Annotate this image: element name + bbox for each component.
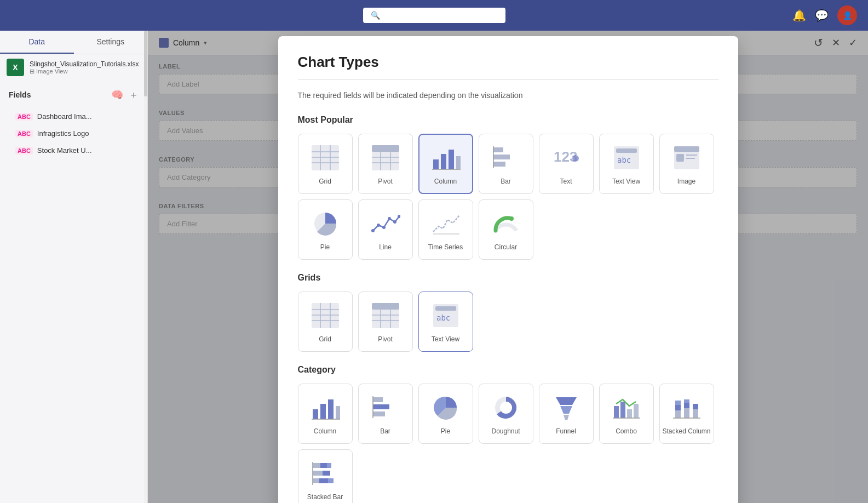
fields-label: Fields <box>9 90 31 99</box>
tab-settings[interactable]: Settings <box>74 31 148 54</box>
svg-rect-78 <box>684 408 689 418</box>
grids-chart-item-pivot[interactable]: Pivot <box>358 291 413 352</box>
category-bar-label: Bar <box>380 427 390 435</box>
fields-section: Fields 🧠 ＋ ABC Dashboard Ima... ABC Infr… <box>0 81 147 167</box>
category-column-icon <box>310 392 341 423</box>
pivot-chart-label: Pivot <box>378 178 393 185</box>
svg-rect-85 <box>320 463 327 468</box>
chart-item-text[interactable]: 123 Text <box>539 134 594 194</box>
chart-item-circular[interactable]: Circular <box>479 199 533 260</box>
chart-item-image[interactable]: Image <box>659 134 714 194</box>
tab-data[interactable]: Data <box>0 31 74 54</box>
chart-item-text-view[interactable]: abc Text View <box>599 134 654 194</box>
chart-item-time-series[interactable]: Time Series <box>418 199 473 260</box>
sidebar: Data Settings X Slingshot_Visualization_… <box>0 31 148 503</box>
svg-rect-17 <box>493 147 503 152</box>
category-chart-item-stacked-column[interactable]: Stacked Column <box>659 384 714 444</box>
category-combo-icon <box>611 392 642 423</box>
grids-chart-item-grid[interactable]: Grid <box>298 291 353 352</box>
search-icon: 🔍 <box>371 11 380 20</box>
modal-title: Chart Types <box>298 54 718 71</box>
category-funnel-label: Funnel <box>556 427 576 435</box>
svg-rect-55 <box>313 409 318 419</box>
most-popular-heading: Most Popular <box>298 115 718 125</box>
main-layout: Data Settings X Slingshot_Visualization_… <box>0 31 868 503</box>
category-doughnut-label: Doughnut <box>491 427 520 435</box>
category-chart-item-funnel[interactable]: Funnel <box>539 384 594 444</box>
user-avatar[interactable]: 👤 <box>837 5 857 25</box>
circular-chart-label: Circular <box>495 243 517 251</box>
category-chart-item-stacked-bar[interactable]: Stacked Bar <box>298 449 353 503</box>
grids-grid-label: Grid <box>319 335 331 343</box>
chart-item-column[interactable]: Column <box>418 134 473 194</box>
svg-rect-79 <box>684 403 689 408</box>
svg-rect-80 <box>684 399 689 403</box>
category-chart-item-pie[interactable]: Pie <box>418 384 473 444</box>
svg-rect-19 <box>493 162 505 167</box>
svg-rect-27 <box>674 146 699 152</box>
svg-rect-47 <box>372 303 399 310</box>
field-tag-1: ABC <box>15 113 33 121</box>
svg-rect-73 <box>634 404 639 418</box>
field-name-2: Infragistics Logo <box>37 129 89 138</box>
chart-item-pie[interactable]: Pie <box>298 199 353 260</box>
text-view-chart-label: Text View <box>612 178 640 185</box>
fields-header: Fields 🧠 ＋ <box>9 88 139 101</box>
line-chart-icon <box>370 208 401 239</box>
modal-subtitle: The required fields will be indicated de… <box>298 91 718 100</box>
grids-heading: Grids <box>298 273 718 283</box>
pivot-chart-icon <box>370 142 401 173</box>
file-entry: X Slingshot_Visualization_Tutorials.xlsx… <box>0 54 147 81</box>
text-chart-icon: 123 <box>551 142 582 173</box>
time-series-chart-icon <box>430 208 461 239</box>
chart-item-line[interactable]: Line <box>358 199 413 260</box>
svg-rect-14 <box>449 150 454 169</box>
column-chart-label: Column <box>434 178 457 185</box>
file-name: Slingshot_Visualization_Tutorials.xlsx <box>30 60 139 68</box>
chart-item-grid[interactable]: Grid <box>298 134 353 194</box>
chart-item-bar[interactable]: Bar <box>479 134 533 194</box>
chat-icon[interactable]: 💬 <box>815 9 829 22</box>
svg-rect-72 <box>627 409 632 418</box>
svg-rect-76 <box>675 405 681 410</box>
field-name-3: Stock Market U... <box>37 146 92 155</box>
field-item-3[interactable]: ABC Stock Market U... <box>9 142 139 159</box>
category-heading: Category <box>298 365 718 375</box>
grids-text-view-icon: abc <box>430 300 461 331</box>
brain-icon[interactable]: 🧠 <box>111 89 123 101</box>
grids-chart-item-text-view[interactable]: abc Text View <box>418 291 473 352</box>
category-chart-item-doughnut[interactable]: Doughnut <box>479 384 533 444</box>
line-chart-label: Line <box>379 243 392 251</box>
category-stacked-bar-label: Stacked Bar <box>307 493 343 501</box>
file-type-label: Image View <box>36 68 67 75</box>
field-item-2[interactable]: ABC Infragistics Logo <box>9 125 139 142</box>
notification-icon[interactable]: 🔔 <box>792 9 806 22</box>
category-chart-item-column[interactable]: Column <box>298 384 353 444</box>
category-stacked-column-label: Stacked Column <box>662 427 710 435</box>
modal-divider <box>298 79 718 80</box>
category-chart-item-combo[interactable]: Combo <box>599 384 654 444</box>
grids-pivot-icon <box>370 300 401 331</box>
search-box[interactable]: 🔍 <box>363 8 505 23</box>
svg-rect-0 <box>312 145 339 170</box>
category-chart-item-bar[interactable]: Bar <box>358 384 413 444</box>
svg-text:abc: abc <box>436 313 450 322</box>
chart-item-pivot[interactable]: Pivot <box>358 134 413 194</box>
svg-rect-13 <box>441 154 446 169</box>
svg-rect-53 <box>435 306 456 311</box>
center-area: Column ▾ ↺ ✕ ✓ LABEL Add Label VALUES Ad… <box>148 31 868 503</box>
svg-rect-57 <box>328 399 334 419</box>
svg-point-33 <box>377 224 380 227</box>
svg-rect-40 <box>312 303 339 328</box>
svg-rect-71 <box>620 402 625 418</box>
svg-rect-12 <box>433 159 439 169</box>
topbar: 🔍 🔔 💬 👤 <box>0 0 868 31</box>
svg-rect-90 <box>319 478 328 483</box>
category-doughnut-icon <box>491 392 521 423</box>
sidebar-scrollbar[interactable] <box>144 31 147 503</box>
chart-types-modal: Chart Types The required fields will be … <box>278 36 738 503</box>
svg-rect-15 <box>456 156 461 169</box>
add-field-icon[interactable]: ＋ <box>129 88 139 101</box>
field-item-1[interactable]: ABC Dashboard Ima... <box>9 108 139 125</box>
svg-rect-62 <box>373 411 385 416</box>
